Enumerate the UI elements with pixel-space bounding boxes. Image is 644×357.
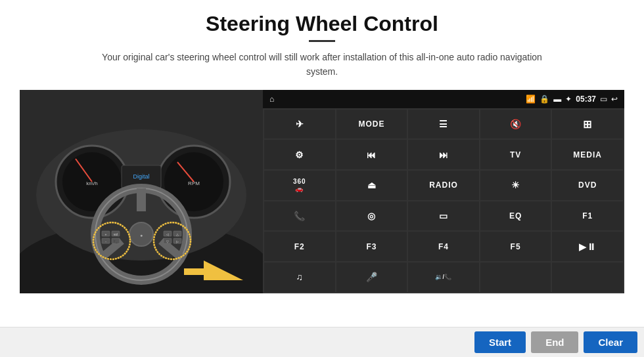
screen-icon: ▭ [600,94,607,104]
svg-text:●: ● [140,233,143,238]
svg-text:+: + [105,232,107,236]
android-panel: ⌂ 📶 🔒 ▬ ✦ 05:37 ▭ ↩ ✈ MODE ☰ 🔇 [263,90,624,293]
nav-button[interactable]: ✈ [264,110,335,139]
list-button[interactable]: ☰ [408,110,479,139]
screen-fit-button[interactable]: ▭ [408,201,479,231]
vol-phone-button[interactable]: 🔉/📞 [408,262,479,292]
f3-button[interactable]: F3 [336,232,407,261]
prev-button[interactable]: ⏮ [336,140,407,169]
svg-text:vol: vol [114,232,118,236]
svg-text:△: △ [176,232,179,236]
svg-rect-39 [184,268,205,275]
mute-button[interactable]: 🔇 [480,110,551,139]
f5-button[interactable]: F5 [480,232,551,261]
settings-button[interactable]: ⚙ [264,140,335,169]
bluetooth-icon: ✦ [565,94,572,104]
title-divider [309,40,335,42]
tv-button[interactable]: TV [480,140,551,169]
svg-text:Digital: Digital [133,173,149,180]
svg-text:📞: 📞 [114,240,118,244]
lock-icon: 🔒 [540,94,549,104]
apps-button[interactable]: ⊞ [552,110,623,139]
360-button[interactable]: 360🚗 [264,171,335,200]
f1-button[interactable]: F1 [552,201,623,231]
status-right: 📶 🔒 ▬ ✦ 05:37 ▭ ↩ [526,94,618,104]
empty-btn-1[interactable] [480,262,551,292]
radio-button[interactable]: RADIO [408,171,479,200]
home-icon: ⌂ [269,94,274,104]
f2-button[interactable]: F2 [264,232,335,261]
eq-button[interactable]: EQ [480,201,551,231]
sd-icon: ▬ [553,94,561,104]
car-image: km/h RPM Digital [20,90,263,293]
f4-button[interactable]: F4 [408,232,479,261]
page-wrapper: Steering Wheel Control Your original car… [0,0,644,357]
status-time: 05:37 [576,94,596,104]
clear-button[interactable]: Clear [584,331,637,353]
svg-text:◁: ◁ [166,232,169,236]
media-button[interactable]: MEDIA [552,140,623,169]
page-title: Steering Wheel Control [206,12,438,36]
eject-button[interactable]: ⏏ [336,171,407,200]
browser-button[interactable]: ◎ [336,201,407,231]
brightness-button[interactable]: ☀ [480,171,551,200]
playpause-button[interactable]: ▶⏸ [552,232,623,261]
next-button[interactable]: ⏭ [408,140,479,169]
status-left: ⌂ [269,94,274,104]
end-button[interactable]: End [531,331,578,353]
content-row: km/h RPM Digital [20,90,624,293]
status-bar: ⌂ 📶 🔒 ▬ ✦ 05:37 ▭ ↩ [263,90,624,108]
mic-button[interactable]: 🎤 [336,262,407,292]
dvd-button[interactable]: DVD [552,171,623,200]
svg-text:▽: ▽ [166,240,169,243]
wifi-icon: 📶 [526,94,536,104]
music-button[interactable]: ♫ [264,262,335,292]
start-button[interactable]: Start [474,331,526,353]
page-subtitle: Your original car's steering wheel contr… [99,50,545,79]
svg-text:▷: ▷ [176,240,179,243]
mode-button[interactable]: MODE [336,110,407,139]
empty-btn-2[interactable] [552,262,623,292]
phone-button[interactable]: 📞 [264,201,335,231]
bottom-bar: Start End Clear [0,327,644,357]
button-grid: ✈ MODE ☰ 🔇 ⊞ ⚙ ⏮ ⏭ TV MEDIA 360🚗 ⏏ RADIO… [263,108,624,293]
back-icon: ↩ [611,94,618,104]
